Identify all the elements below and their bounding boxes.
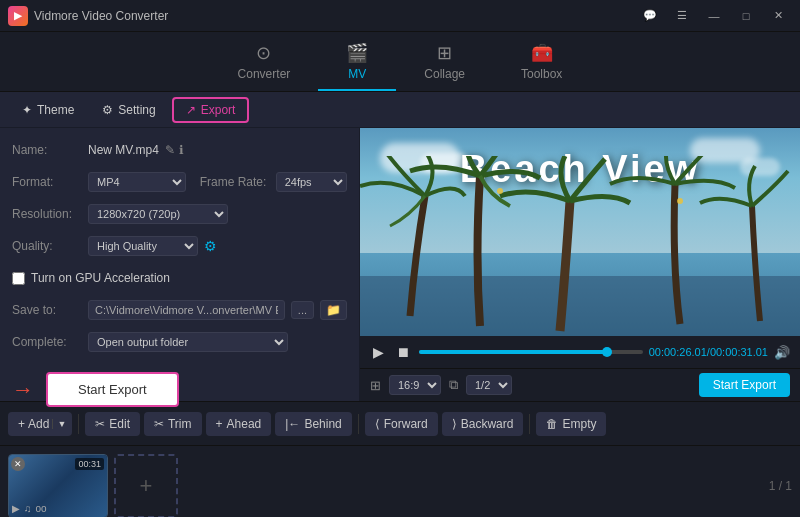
thumb-close-button[interactable]: ✕ bbox=[11, 457, 25, 471]
format-label: Format: bbox=[12, 175, 82, 189]
framerate-select[interactable]: 24fps bbox=[276, 172, 347, 192]
progress-thumb bbox=[602, 347, 612, 357]
forward-label: Forward bbox=[384, 417, 428, 431]
trim-label: Trim bbox=[168, 417, 192, 431]
left-panel: Name: New MV.mp4 ✎ ℹ Format: MP4 Frame R… bbox=[0, 128, 360, 401]
tab-toolbox[interactable]: 🧰 Toolbox bbox=[493, 36, 590, 91]
minimize-button[interactable]: — bbox=[700, 6, 728, 26]
titlebar-left: ▶ Vidmore Video Converter bbox=[8, 6, 168, 26]
complete-row: Complete: Open output folder bbox=[12, 330, 347, 354]
export-area: → Start Export bbox=[12, 362, 347, 407]
tab-mv[interactable]: 🎬 MV bbox=[318, 36, 396, 91]
segment-icon: ⧉ bbox=[449, 377, 458, 393]
chat-button[interactable]: 💬 bbox=[636, 6, 664, 26]
tab-collage-label: Collage bbox=[424, 67, 465, 81]
collage-icon: ⊞ bbox=[437, 42, 452, 64]
gpu-checkbox[interactable] bbox=[12, 272, 25, 285]
volume-button[interactable]: 🔊 bbox=[774, 345, 790, 360]
edit-button[interactable]: ✂ Edit bbox=[85, 412, 140, 436]
segment-select[interactable]: 1/2 bbox=[466, 375, 512, 395]
menu-button[interactable]: ☰ bbox=[668, 6, 696, 26]
timeline: ✕ 00:31 ▶ ♫ oo + 1 / 1 bbox=[0, 445, 800, 517]
logo-text: ▶ bbox=[14, 10, 22, 21]
thumb-audio-icon: ♫ bbox=[24, 503, 32, 514]
thumb-icons: ▶ ♫ oo bbox=[12, 503, 47, 514]
add-label: Add bbox=[28, 417, 49, 431]
titlebar: ▶ Vidmore Video Converter 💬 ☰ — □ ✕ bbox=[0, 0, 800, 32]
divider-1 bbox=[78, 414, 79, 434]
beach-scene: Beach View bbox=[360, 128, 800, 336]
titlebar-controls: 💬 ☰ — □ ✕ bbox=[636, 6, 792, 26]
stop-button[interactable]: ⏹ bbox=[393, 342, 413, 362]
behind-icon: |← bbox=[285, 417, 300, 431]
backward-label: Backward bbox=[461, 417, 514, 431]
ahead-button[interactable]: + Ahead bbox=[206, 412, 272, 436]
edit-icon: ✂ bbox=[95, 417, 105, 431]
add-button[interactable]: + Add ▼ bbox=[8, 412, 72, 436]
resolution-label: Resolution: bbox=[12, 207, 82, 221]
quality-settings-button[interactable]: ⚙ bbox=[204, 238, 217, 254]
framerate-label: Frame Rate: bbox=[200, 175, 270, 189]
export-button[interactable]: ↗ Export bbox=[172, 97, 250, 123]
start-export-button[interactable]: Start Export bbox=[46, 372, 179, 407]
tab-converter-label: Converter bbox=[238, 67, 291, 81]
ahead-label: Ahead bbox=[227, 417, 262, 431]
resolution-select[interactable]: 1280x720 (720p) bbox=[88, 204, 228, 224]
edit-name-button[interactable]: ✎ bbox=[165, 143, 175, 157]
toolbox-icon: 🧰 bbox=[531, 42, 553, 64]
quality-row: Quality: High Quality ⚙ bbox=[12, 234, 347, 258]
play-button[interactable]: ▶ bbox=[370, 342, 387, 362]
tab-converter[interactable]: ⊙ Converter bbox=[210, 36, 319, 91]
edit-label: Edit bbox=[109, 417, 130, 431]
saveto-dots-button[interactable]: ... bbox=[291, 301, 314, 319]
sub-toolbar: ✦ Theme ⚙ Setting ↗ Export bbox=[0, 92, 800, 128]
add-chevron-icon[interactable]: ▼ bbox=[52, 419, 66, 429]
add-icon: + bbox=[18, 417, 25, 431]
theme-button[interactable]: ✦ Theme bbox=[10, 99, 86, 121]
start-export-right-button[interactable]: Start Export bbox=[699, 373, 790, 397]
setting-button[interactable]: ⚙ Setting bbox=[90, 99, 167, 121]
tab-collage[interactable]: ⊞ Collage bbox=[396, 36, 493, 91]
trim-button[interactable]: ✂ Trim bbox=[144, 412, 202, 436]
app-logo: ▶ bbox=[8, 6, 28, 26]
progress-fill bbox=[419, 350, 607, 354]
ratio-select[interactable]: 16:9 bbox=[389, 375, 441, 395]
converter-icon: ⊙ bbox=[256, 42, 271, 64]
theme-icon: ✦ bbox=[22, 103, 32, 117]
arrow-indicator: → bbox=[12, 377, 34, 403]
thumb-mute-icon: oo bbox=[36, 503, 47, 514]
progress-bar[interactable] bbox=[419, 350, 643, 354]
nav-tabs: ⊙ Converter 🎬 MV ⊞ Collage 🧰 Toolbox bbox=[0, 32, 800, 92]
backward-button[interactable]: ⟩ Backward bbox=[442, 412, 524, 436]
forward-button[interactable]: ⟨ Forward bbox=[365, 412, 438, 436]
add-clip-button[interactable]: + bbox=[114, 454, 178, 518]
info-name-button[interactable]: ℹ bbox=[179, 143, 184, 157]
svg-point-2 bbox=[677, 198, 683, 204]
svg-point-1 bbox=[497, 188, 503, 194]
player-row2: ⊞ 16:9 ⧉ 1/2 Start Export bbox=[360, 368, 800, 401]
saveto-input[interactable] bbox=[88, 300, 285, 320]
quality-select[interactable]: High Quality bbox=[88, 236, 198, 256]
trash-icon: 🗑 bbox=[546, 417, 558, 431]
setting-label: Setting bbox=[118, 103, 155, 117]
saveto-folder-button[interactable]: 📁 bbox=[320, 300, 347, 320]
maximize-button[interactable]: □ bbox=[732, 6, 760, 26]
app-title: Vidmore Video Converter bbox=[34, 9, 168, 23]
thumb-duration: 00:31 bbox=[75, 458, 104, 470]
complete-select[interactable]: Open output folder bbox=[88, 332, 288, 352]
behind-label: Behind bbox=[304, 417, 341, 431]
forward-icon: ⟨ bbox=[375, 417, 380, 431]
empty-button[interactable]: 🗑 Empty bbox=[536, 412, 606, 436]
empty-label: Empty bbox=[562, 417, 596, 431]
name-label: Name: bbox=[12, 143, 82, 157]
behind-button[interactable]: |← Behind bbox=[275, 412, 352, 436]
resolution-row: Resolution: 1280x720 (720p) bbox=[12, 202, 347, 226]
player-controls: ▶ ⏹ 00:00:26.01/00:00:31.01 🔊 bbox=[360, 336, 800, 368]
video-preview: Beach View bbox=[360, 128, 800, 336]
divider-2 bbox=[358, 414, 359, 434]
export-icon: ↗ bbox=[186, 103, 196, 117]
divider-3 bbox=[529, 414, 530, 434]
export-label: Export bbox=[201, 103, 236, 117]
close-button[interactable]: ✕ bbox=[764, 6, 792, 26]
format-select[interactable]: MP4 bbox=[88, 172, 186, 192]
